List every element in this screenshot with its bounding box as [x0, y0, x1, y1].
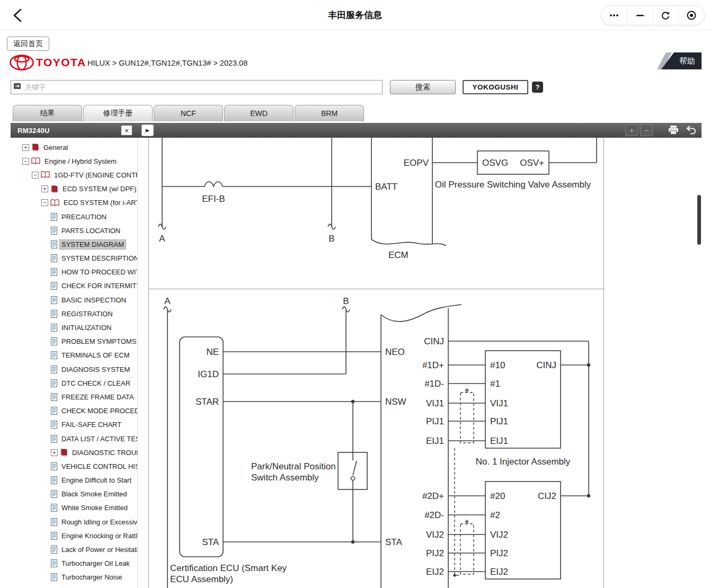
zoom-out-button[interactable]: − [640, 124, 653, 136]
tree-item[interactable]: PRECAUTION [11, 210, 137, 224]
tree-item[interactable]: PROBLEM SYMPTOMS TABLE [11, 335, 137, 349]
tree-item[interactable]: DIAGNOSIS SYSTEM [11, 362, 137, 376]
help-button[interactable]: 帮助 [656, 52, 702, 69]
system-diagram-figure-2: A B NE IG1D STAR STA NEO NSW [148, 289, 604, 588]
tree-item[interactable]: DATA LIST / ACTIVE TEST [11, 432, 137, 446]
tree-item[interactable]: VEHICLE CONTROL HISTORY [11, 459, 137, 473]
tree-item[interactable]: SYSTEM DESCRIPTION [11, 252, 137, 265]
tree-item[interactable]: −Engine / Hybrid System [11, 154, 137, 168]
reload-button[interactable] [653, 6, 679, 25]
doc-icon [51, 213, 57, 221]
minimize-button[interactable] [627, 6, 653, 25]
tree-item-label: ECD SYSTEM (for i-ART) [62, 198, 137, 207]
tree-item[interactable]: CHECK FOR INTERMITTENT PROBLEMS [11, 279, 137, 293]
tree-item[interactable]: +ECD SYSTEM (w/ DPF) [11, 182, 137, 196]
d1-ecm: ECM [388, 250, 409, 260]
doc-icon [51, 310, 57, 318]
record-button[interactable] [678, 6, 704, 25]
tree-item-label: DIAGNOSIS SYSTEM [60, 365, 131, 374]
d2-ig1d: IG1D [198, 369, 219, 379]
d1-batt: BATT [375, 182, 397, 192]
back-home-button[interactable]: 返回首页 [7, 37, 49, 51]
tree-item[interactable]: Black Smoke Emitted [11, 487, 137, 501]
search-button[interactable]: 搜索 [390, 80, 456, 94]
tree-item[interactable]: Turbocharger Noise [11, 571, 137, 584]
window-controls [601, 5, 705, 25]
minus-expander-icon[interactable]: − [41, 199, 48, 206]
tab-results[interactable]: 结果 [13, 105, 82, 121]
keyword-input[interactable] [24, 83, 382, 92]
book-icon [31, 157, 40, 165]
d2-n20: #20 [490, 491, 505, 501]
tree-item[interactable]: Turbocharger Oil Leak [11, 557, 137, 571]
d2-vij2_ecm: VIJ2 [426, 530, 444, 540]
tree-item[interactable]: CHECK MODE PROCEDURE [11, 404, 137, 418]
yokogushi-button[interactable]: YOKOGUSHI [463, 80, 528, 94]
tree-item-label: TERMINALS OF ECM [60, 351, 131, 360]
tree-item[interactable]: White Smoke Emitted [11, 501, 137, 515]
doc-icon [51, 379, 57, 387]
minus-expander-icon[interactable]: − [32, 172, 39, 179]
tree-item[interactable]: Rough Idling or Excessive Vibration [11, 515, 137, 529]
d2-d1m: #1D- [424, 379, 444, 389]
quick-help-button[interactable]: ? [532, 82, 543, 93]
tree-item[interactable]: REGISTRATION [11, 307, 137, 320]
print-icon[interactable] [668, 125, 679, 137]
tree-item[interactable]: PARTS LOCATION [11, 224, 137, 237]
plus-expander-icon[interactable]: + [41, 185, 48, 192]
d2-n10: #10 [490, 360, 505, 370]
tree-item[interactable]: DTC CHECK / CLEAR [11, 376, 137, 390]
d2-d2m: #2D- [424, 510, 444, 520]
d2-b: B [343, 296, 349, 306]
book-icon [41, 171, 50, 179]
d2-star: STAR [196, 397, 219, 407]
plus-expander-icon[interactable]: + [51, 449, 58, 456]
minus-expander-icon[interactable]: − [22, 158, 29, 165]
vertical-scrollbar-thumb[interactable] [697, 195, 701, 245]
document-viewport[interactable]: A B EFI-B BATT EOPV OSVG OSV+ Oil Pr [138, 138, 702, 588]
tree-item-label: FAIL-SAFE CHART [60, 420, 123, 429]
close-panel-icon[interactable]: × [121, 125, 132, 136]
tab-ncf[interactable]: NCF [154, 105, 223, 121]
d1-osvplus: OSV+ [520, 158, 544, 168]
d2-neo: NEO [385, 347, 405, 357]
tab-repair-manual[interactable]: 修理手册 [83, 105, 153, 121]
tree-item[interactable]: Lack of Power or Hesitation [11, 542, 137, 556]
tree-item[interactable]: FREEZE FRAME DATA [11, 390, 137, 404]
tab-brm[interactable]: BRM [295, 105, 364, 121]
tree-item[interactable]: +DIAGNOSTIC TROUBLE CODE CHART [11, 446, 137, 459]
more-options-button[interactable] [601, 6, 627, 25]
tree-item[interactable]: TERMINALS OF ECM [11, 349, 137, 362]
d2-d2p: #2D+ [422, 491, 444, 501]
system-diagram-figure-1: A B EFI-B BATT EOPV OSVG OSV+ Oil Pr [148, 138, 604, 299]
tree-item-label: BASIC INSPECTION [60, 296, 128, 305]
tab-ewd[interactable]: EWD [224, 105, 294, 121]
doc-icon [51, 268, 57, 276]
top-bar: 丰田服务信息 [0, 0, 710, 30]
tree-item[interactable]: FAIL-SAFE CHART [11, 418, 137, 432]
tree-item-label: Engine / Hybrid System [43, 157, 118, 166]
doc-icon [51, 296, 57, 304]
doc-icon [51, 490, 57, 498]
d1-osvg: OSVG [482, 158, 508, 168]
tree-item[interactable]: −ECD SYSTEM (for i-ART) [11, 196, 137, 210]
tree-item[interactable]: SYSTEM DIAGRAM [11, 237, 137, 251]
d2-eij2: EIJ2 [490, 567, 508, 577]
d1-valve_caption: Oil Pressure Switching Valve Assembly [435, 180, 591, 190]
tree-item[interactable]: +General [11, 140, 137, 154]
tree-item-label: General [42, 143, 69, 152]
doc-icon [51, 518, 57, 526]
plus-expander-icon[interactable]: + [22, 144, 29, 151]
tree-item[interactable]: Engine Difficult to Start [11, 474, 137, 487]
d2-pij1_ecm: PIJ1 [426, 416, 444, 426]
tree-item[interactable]: INITIALIZATION [11, 320, 137, 334]
zoom-in-button[interactable]: + [625, 124, 638, 136]
tree-item[interactable]: HOW TO PROCEED WITH TROUBLESHOOTING [11, 265, 137, 279]
expand-panel-icon[interactable]: ▶ [141, 124, 154, 136]
tree-item[interactable]: BASIC INSPECTION [11, 293, 137, 307]
tree-item-label: SYSTEM DIAGRAM [60, 240, 126, 249]
tree-item[interactable]: −1GD-FTV (ENGINE CONTROL) [11, 168, 137, 182]
tree-item[interactable]: Engine Knocking or Rattling [11, 529, 137, 542]
doc-icon [51, 393, 57, 401]
return-icon[interactable] [686, 125, 697, 137]
